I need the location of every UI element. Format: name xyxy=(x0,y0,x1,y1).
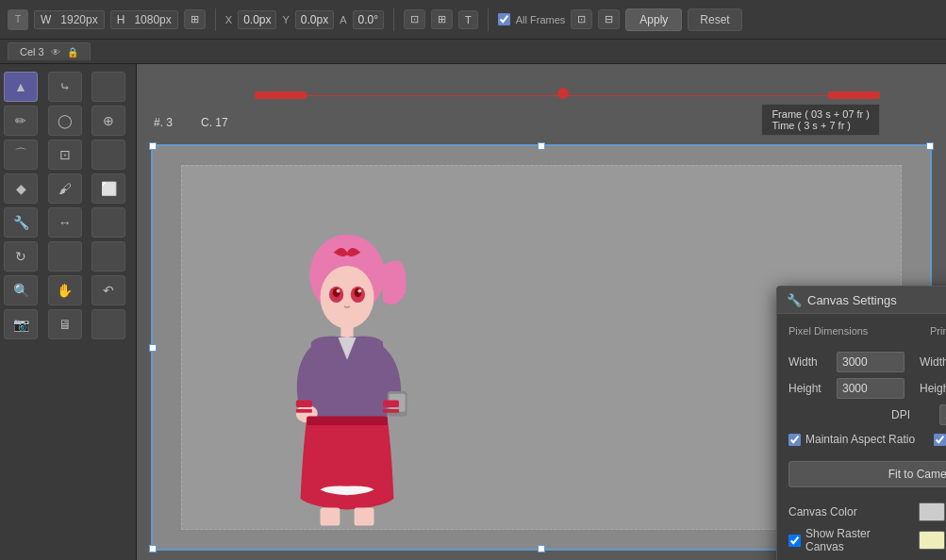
handle-bl xyxy=(149,545,157,552)
canvas-color-swatch[interactable] xyxy=(919,502,945,521)
pixel-width-input[interactable] xyxy=(837,352,905,372)
tab-label: Cel 3 xyxy=(20,46,44,58)
fit-to-camera-button[interactable]: Fit to Camera xyxy=(788,461,946,487)
icon2-btn[interactable]: ⊞ xyxy=(431,9,453,29)
pixel-dim-label: Pixel Dimensions xyxy=(788,325,915,337)
svg-rect-13 xyxy=(296,409,312,413)
print-height-label: Height xyxy=(920,382,946,395)
angle-value: 0.0° xyxy=(353,10,384,29)
pen-tool[interactable]: ✏ xyxy=(4,106,38,136)
checkboxes-row: Maintain Aspect Ratio Preserve Pixels xyxy=(788,433,946,450)
transform-tool[interactable]: ↔ xyxy=(48,207,82,238)
svg-point-1 xyxy=(321,266,374,329)
print-size-label: Print Size xyxy=(930,325,946,337)
icon3-btn[interactable]: T xyxy=(458,10,478,29)
top-toolbar: T W 1920px H 1080px ⊞ X 0.0px Y 0.0px A … xyxy=(0,0,946,40)
pixel-width-row: Width xyxy=(788,352,905,372)
width-display: W 1920px xyxy=(34,10,105,29)
screen-tool[interactable]: 🖥 xyxy=(48,309,82,339)
dpi-input[interactable] xyxy=(939,404,946,425)
svg-rect-18 xyxy=(355,508,374,526)
handle-tm xyxy=(538,142,545,150)
width-value: 1920px xyxy=(60,13,97,26)
all-frames-checkbox[interactable] xyxy=(498,13,510,25)
pixel-dim-section: Pixel Dimensions xyxy=(788,325,915,342)
rect-tool[interactable]: ⊡ xyxy=(48,140,82,170)
zoom-tool[interactable]: 🔍 xyxy=(4,275,38,305)
apply-button[interactable]: Apply xyxy=(625,8,682,31)
height-row: Height Height cm xyxy=(788,378,946,399)
print-size-section: Print Size xyxy=(930,325,946,342)
wrench-tool[interactable]: 🔧 xyxy=(4,207,38,238)
separator xyxy=(215,8,216,31)
eraser-tool[interactable]: ⬜ xyxy=(91,173,125,204)
empty3 xyxy=(91,207,125,238)
cel3-tab[interactable]: Cel 3 👁 🔒 xyxy=(8,42,91,60)
dialog-body: Pixel Dimensions Print Size Width Width xyxy=(777,314,946,560)
pixel-dpi-spacer xyxy=(788,404,876,425)
maintain-aspect-checkbox[interactable] xyxy=(788,434,801,446)
print-width-row: Width cm xyxy=(920,352,946,372)
icon1-btn[interactable]: ⊡ xyxy=(404,9,425,29)
width-row: Width Width cm xyxy=(788,352,946,372)
svg-rect-14 xyxy=(383,401,399,408)
dialog-title: 🔧 Canvas Settings xyxy=(787,293,897,307)
circle-select[interactable]: ◯ xyxy=(48,106,82,136)
y-label: Y xyxy=(282,14,289,25)
svg-rect-15 xyxy=(383,409,399,413)
empty5 xyxy=(91,241,125,272)
undo-tool[interactable]: ↶ xyxy=(91,275,125,305)
raster-canvas-label: Show Raster Canvas xyxy=(788,527,911,553)
y-value: 0.0px xyxy=(295,10,334,29)
add-tool[interactable]: ⊕ xyxy=(91,106,125,136)
select-tool[interactable]: ▲ xyxy=(4,72,38,102)
rotate-tool[interactable]: ↻ xyxy=(4,241,38,272)
svg-rect-16 xyxy=(307,417,388,426)
transform-icon-btn[interactable]: ⊞ xyxy=(184,9,206,29)
fill-tool[interactable]: ◆ xyxy=(4,173,38,204)
anime-character xyxy=(257,218,437,529)
pixel-height-input[interactable] xyxy=(837,378,905,399)
handle-ml xyxy=(149,344,157,352)
brush-tool[interactable]: 🖌 xyxy=(48,173,82,204)
show-raster-checkbox[interactable] xyxy=(788,535,801,547)
hand-tool[interactable]: ✋ xyxy=(48,275,82,305)
empty2 xyxy=(91,140,125,170)
angle-label: A xyxy=(340,14,346,25)
hash-num: #. 3 xyxy=(154,116,173,129)
curve-tool[interactable]: ⌒ xyxy=(4,140,38,170)
frame-icon2[interactable]: ⊟ xyxy=(598,9,620,29)
camera-tool[interactable]: 📷 xyxy=(4,309,38,339)
handle-tr xyxy=(926,142,934,150)
raster-canvas-row: Show Raster Canvas Default xyxy=(788,527,946,553)
width-label: W xyxy=(41,13,51,26)
empty4 xyxy=(48,241,82,272)
reset-button[interactable]: Reset xyxy=(688,8,741,31)
app-logo: T xyxy=(8,9,28,30)
maintain-aspect-row: Maintain Aspect Ratio xyxy=(788,433,915,446)
dpi-label: DPI xyxy=(891,408,934,421)
preserve-pixels-checkbox[interactable] xyxy=(934,434,946,446)
frame-icon1[interactable]: ⊡ xyxy=(571,9,592,29)
handle-tl xyxy=(149,142,157,150)
raster-color-swatch[interactable] xyxy=(919,531,945,550)
lasso-tool[interactable]: ⤷ xyxy=(48,72,82,102)
eye-icon: 👁 xyxy=(51,47,60,58)
separator2 xyxy=(393,8,394,31)
c-val: C. 17 xyxy=(201,116,228,129)
main-area: ▲ ⤷ ✏ ◯ ⊕ ⌒ ⊡ ◆ 🖌 ⬜ 🔧 ↔ ↻ 🔍 ✋ ↶ 📷 🖥 xyxy=(0,64,946,560)
pixel-height-label: Height xyxy=(788,382,831,395)
tl-circle xyxy=(557,88,569,99)
pixel-width-label: Width xyxy=(788,355,831,369)
preserve-pixels-row: Preserve Pixels xyxy=(934,433,946,446)
print-height-row: Height cm xyxy=(920,378,946,399)
dialog-icon: 🔧 xyxy=(787,293,802,307)
tab-bar: Cel 3 👁 🔒 xyxy=(0,40,946,64)
dpi-row: DPI cm xyxy=(788,404,946,425)
x-label: X xyxy=(225,14,232,25)
frame-label: Frame ( 03 s + 07 fr ) xyxy=(772,108,870,120)
separator3 xyxy=(488,8,489,31)
svg-point-6 xyxy=(337,289,340,293)
left-toolbar: ▲ ⤷ ✏ ◯ ⊕ ⌒ ⊡ ◆ 🖌 ⬜ 🔧 ↔ ↻ 🔍 ✋ ↶ 📷 🖥 xyxy=(0,64,137,560)
all-frames-label: All Frames xyxy=(516,14,566,25)
